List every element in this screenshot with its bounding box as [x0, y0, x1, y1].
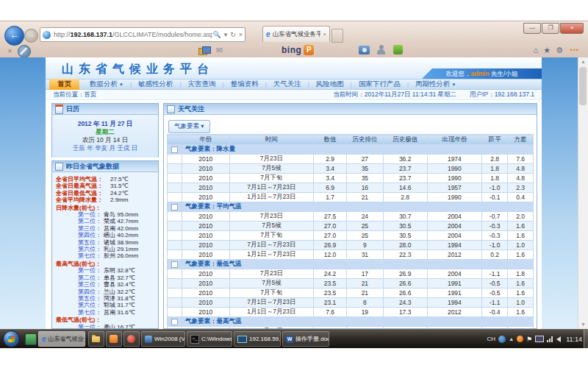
- rank-value: 单县 32.7℃: [104, 275, 135, 281]
- nav-item-6[interactable]: 风险地图: [309, 79, 351, 89]
- rank-row: 第三位：莒南 42.0mm: [56, 225, 154, 232]
- more-dots-icon[interactable]: •••: [570, 46, 579, 54]
- group-checkbox[interactable]: [171, 204, 178, 210]
- taskbar-button-win[interactable]: Win2008 (VS2...: [141, 331, 185, 347]
- table-cell: 2010: [182, 308, 229, 317]
- commandbar-close-icon[interactable]: ✕: [7, 48, 12, 54]
- site-header: 山东省气候业务平台 欢迎您，admin 先生/小姐: [46, 57, 542, 79]
- taskbar-button-word[interactable]: W操作手册.docx ...: [282, 331, 329, 347]
- language-indicator[interactable]: CH: [487, 336, 496, 342]
- firefox-tray-icon[interactable]: [517, 336, 523, 342]
- quick-launch-icon[interactable]: [25, 333, 37, 345]
- rank-section-title: 日降水量(前七)：: [56, 205, 154, 211]
- group-checkbox[interactable]: [171, 146, 178, 153]
- new-tab-button[interactable]: [331, 29, 343, 43]
- nav-item-8[interactable]: 周期性分析▼: [409, 79, 462, 89]
- tab-close-icon[interactable]: ×: [323, 31, 326, 38]
- yesterday-panel-title: 昨日全省气象数据: [66, 162, 119, 171]
- table-cell: 1994: [427, 298, 482, 308]
- url-text[interactable]: http://192.168.137.1/GLCCLIMATE/modules/…: [54, 31, 212, 38]
- table-cell: -1.1: [482, 298, 508, 308]
- table-cell: 17.3: [383, 308, 427, 317]
- network-icon[interactable]: [547, 336, 553, 342]
- calendar-ganzhi: 壬辰 年 辛亥 月 壬戌 日: [52, 144, 158, 152]
- action-center-flag-icon[interactable]: ⚑: [526, 336, 532, 343]
- cards-icon[interactable]: [198, 46, 209, 54]
- taskbar-button-label: 操作手册.docx ...: [295, 335, 329, 343]
- table-cell: 7月下旬: [229, 289, 314, 298]
- bing-p-icon[interactable]: P: [304, 45, 314, 55]
- table-row: 20107月5候27.02530.52004-0.31.6: [168, 222, 534, 231]
- taskbar-button-orange[interactable]: [106, 331, 122, 347]
- table-cell: 2010: [182, 269, 229, 279]
- mail-icon[interactable]: ✉: [216, 46, 223, 55]
- minimize-button[interactable]: —: [523, 23, 541, 34]
- volume-icon[interactable]: [556, 336, 561, 342]
- window-controls: — ❐ ×: [523, 23, 584, 34]
- forward-button[interactable]: →: [24, 29, 38, 43]
- nav-item-3[interactable]: 灾害查询: [182, 79, 223, 89]
- puzzle-icon[interactable]: [393, 45, 403, 54]
- table-cell: 21: [346, 193, 383, 202]
- table-header-row: 年份时间数值历史排位历史极值出现年份距平方差: [168, 135, 534, 145]
- stop-icon[interactable]: ×: [239, 31, 243, 38]
- back-button[interactable]: ←: [4, 26, 24, 46]
- table-cell: 2.8: [383, 193, 427, 202]
- search-icon[interactable]: 🔍: [212, 31, 220, 38]
- page-scrollbar[interactable]: ▲ ▼: [578, 57, 588, 329]
- element-filter-button[interactable]: 气象要素 ▾: [168, 120, 210, 133]
- rdp-icon: [237, 336, 247, 343]
- address-bar[interactable]: http://192.168.137.1/GLCCLIMATE/modules/…: [40, 27, 245, 42]
- system-tray: CH ▲ ⚑ 11:14: [487, 330, 582, 348]
- addon-circle-icon[interactable]: [18, 45, 31, 58]
- scrollbar-thumb[interactable]: [579, 67, 587, 105]
- browser-tab[interactable]: e 山东省气候业务平... ×: [262, 26, 330, 42]
- taskbar-button-cmd[interactable]: >_C:\Windows\s...: [187, 331, 232, 347]
- column-header: 方差: [508, 135, 534, 145]
- refresh-icon[interactable]: ↻: [230, 31, 236, 38]
- chevron-down-icon[interactable]: ▾: [224, 31, 228, 38]
- table-cell: 7月5候: [229, 164, 314, 174]
- column-header: 距平: [482, 135, 508, 145]
- nav-item-2[interactable]: 敏感性分析: [132, 79, 180, 89]
- rank-value: 泰山 16.7℃: [104, 324, 135, 329]
- home-icon[interactable]: ⌂: [534, 46, 539, 55]
- stat-row: 全省日平均气温：27.5℃: [56, 176, 154, 183]
- taskbar-button-folder[interactable]: [88, 331, 104, 347]
- table-cell: 21: [346, 289, 383, 298]
- rank-row: 第五位：诸城 38.9mm: [56, 239, 154, 246]
- nav-item-7[interactable]: 国家下行产品: [352, 79, 407, 89]
- camera-icon[interactable]: [359, 46, 370, 54]
- group-label: 气象要素：最高气温: [182, 317, 533, 327]
- taskbar-button-rdp[interactable]: 192.168.59.99...: [234, 331, 281, 347]
- person-icon[interactable]: [376, 45, 386, 54]
- nav-item-5[interactable]: 天气关注: [267, 79, 308, 89]
- maximize-button[interactable]: ❐: [542, 23, 559, 34]
- taskbar-button-red[interactable]: [123, 331, 140, 347]
- table-cell: 2010: [182, 164, 229, 174]
- nav-item-4[interactable]: 整编资料: [224, 79, 265, 89]
- close-button[interactable]: ×: [560, 23, 584, 34]
- group-checkbox[interactable]: [171, 261, 178, 268]
- taskbar-button-ie[interactable]: e山东省气候业务平...: [38, 331, 85, 347]
- clock[interactable]: 11:14: [566, 336, 582, 343]
- table-cell: 31: [346, 250, 383, 260]
- display-tray-icon[interactable]: [535, 336, 544, 342]
- table-cell: 2.3: [508, 183, 534, 193]
- nav-item-1[interactable]: 数据分析▼: [83, 79, 130, 89]
- scroll-up-icon[interactable]: ▲: [578, 57, 588, 66]
- ime-icon[interactable]: [498, 336, 506, 343]
- show-desktop-button[interactable]: [584, 330, 588, 348]
- tools-gear-icon[interactable]: ⚙: [556, 46, 563, 55]
- bing-logo[interactable]: bing: [282, 45, 301, 55]
- group-checkbox[interactable]: [171, 319, 178, 325]
- rank-value: 崂山 40.2mm: [104, 232, 138, 238]
- stat-value: 2.9mm: [110, 197, 128, 203]
- nav-item-0[interactable]: 首页: [49, 79, 79, 90]
- start-button[interactable]: [3, 330, 20, 347]
- rank-value: 荣成 42.7mm: [104, 218, 138, 224]
- scroll-down-icon[interactable]: ▼: [578, 320, 588, 329]
- favorites-star-icon[interactable]: ★: [543, 46, 551, 55]
- bing-toolbar[interactable]: bing P: [282, 45, 314, 55]
- tray-expand-icon[interactable]: ▲: [509, 336, 514, 342]
